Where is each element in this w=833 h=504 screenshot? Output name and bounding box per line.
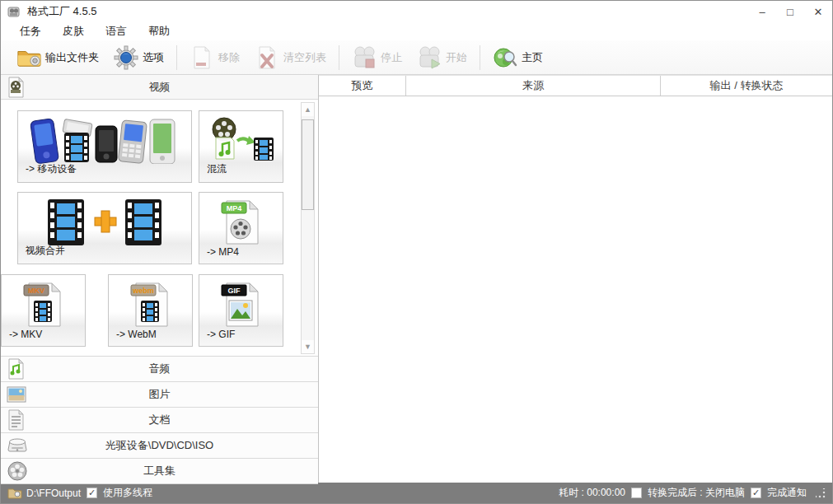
start-button[interactable]: 开始 xyxy=(409,43,475,72)
notify-label: 完成通知 xyxy=(767,486,807,500)
start-icon xyxy=(417,45,442,70)
options-label: 选项 xyxy=(143,50,164,65)
item-to-webm[interactable]: webm -> WebM xyxy=(108,274,193,347)
column-header-preview[interactable]: 预览 xyxy=(319,76,406,96)
toolbar-separator xyxy=(176,45,177,70)
mobile-devices-icon xyxy=(26,116,183,164)
task-list-body[interactable] xyxy=(319,96,832,483)
section-video-label: 视频 xyxy=(149,80,171,95)
document-section-icon xyxy=(7,409,25,431)
audio-section-icon xyxy=(7,358,25,380)
scroll-down-button[interactable]: ▼ xyxy=(302,340,314,353)
mp4-file-icon: MP4 xyxy=(218,198,264,247)
toolbar-separator xyxy=(480,45,480,70)
gif-file-icon: GIF xyxy=(218,280,264,329)
section-optical-disc-label: 光驱设备\DVD\CD\ISO xyxy=(105,438,213,453)
home-button[interactable]: 主页 xyxy=(485,43,550,72)
stop-icon xyxy=(352,45,377,70)
task-list-panel: 预览 来源 输出 / 转换状态 xyxy=(319,75,832,483)
statusbar-folder-icon xyxy=(7,487,22,499)
column-header-status[interactable]: 输出 / 转换状态 xyxy=(661,76,832,96)
output-folder-label: 输出文件夹 xyxy=(45,50,99,65)
video-join-icon xyxy=(43,198,166,247)
section-toolkit-label: 工具集 xyxy=(143,464,175,478)
mkv-file-icon: MKV xyxy=(21,280,67,329)
item-to-mkv-label: -> MKV xyxy=(9,329,42,340)
clear-list-icon xyxy=(255,45,279,70)
scrollbar-track[interactable] xyxy=(302,116,314,340)
scrollbar-thumb[interactable] xyxy=(302,119,314,210)
video-items-panel: -> 移动设备 xyxy=(1,100,318,357)
toolbar: 输出文件夹 选项 移除 xyxy=(1,40,832,75)
item-to-gif[interactable]: GIF -> GIF xyxy=(199,274,283,347)
toolbar-separator xyxy=(339,45,339,70)
mkv-tag-text: MKV xyxy=(28,287,44,295)
item-to-gif-label: -> GIF xyxy=(207,329,235,340)
section-document[interactable]: 文档 xyxy=(1,408,318,433)
menu-language[interactable]: 语言 xyxy=(95,22,138,40)
section-picture[interactable]: 图片 xyxy=(1,382,318,408)
remove-button[interactable]: 移除 xyxy=(182,43,247,72)
item-mux-label: 混流 xyxy=(207,162,227,176)
shutdown-label: 转换完成后 : 关闭电脑 xyxy=(648,486,745,500)
remove-icon xyxy=(190,45,214,70)
item-to-mkv[interactable]: MKV -> MKV xyxy=(1,274,86,347)
options-gear-icon xyxy=(114,45,138,70)
section-picture-label: 图片 xyxy=(149,387,171,402)
disc-drive-section-icon xyxy=(7,435,28,456)
resize-grip[interactable] xyxy=(816,488,826,498)
category-sidebar: 视频 xyxy=(1,75,319,483)
column-header-source[interactable]: 来源 xyxy=(406,76,661,96)
item-mux[interactable]: 混流 xyxy=(199,110,283,183)
app-window: 格式工厂 4.5.5 – □ ✕ 任务 皮肤 语言 帮助 输出文件夹 xyxy=(0,0,833,504)
clear-list-label: 清空列表 xyxy=(283,50,326,65)
mp4-tag-text: MP4 xyxy=(226,204,241,212)
output-path-text: D:\FFOutput xyxy=(26,488,81,499)
start-label: 开始 xyxy=(446,50,467,65)
multithread-label: 使用多线程 xyxy=(103,486,152,500)
elapsed-time-text: 耗时 : 00:00:00 xyxy=(559,486,625,500)
close-button[interactable]: ✕ xyxy=(804,1,832,22)
webm-file-icon: webm xyxy=(128,280,174,329)
menu-task[interactable]: 任务 xyxy=(9,22,52,40)
item-to-mp4[interactable]: MP4 -> MP4 xyxy=(199,192,283,264)
stop-button[interactable]: 停止 xyxy=(344,43,409,72)
toolkit-section-icon xyxy=(7,460,28,482)
item-mobile-devices[interactable]: -> 移动设备 xyxy=(17,110,192,183)
output-path-group[interactable]: D:\FFOutput xyxy=(7,487,81,499)
notify-checkbox[interactable] xyxy=(751,488,761,498)
item-to-webm-label: -> WebM xyxy=(116,329,157,340)
menubar: 任务 皮肤 语言 帮助 xyxy=(1,22,832,40)
section-audio[interactable]: 音频 xyxy=(1,357,318,382)
item-video-join-label: 视频合并 xyxy=(26,244,65,258)
minimize-button[interactable]: – xyxy=(748,1,776,22)
maximize-button[interactable]: □ xyxy=(776,1,804,22)
mux-icon xyxy=(206,116,277,164)
section-audio-label: 音频 xyxy=(149,362,171,376)
output-folder-icon xyxy=(16,45,41,70)
menu-skin[interactable]: 皮肤 xyxy=(52,22,95,40)
remove-label: 移除 xyxy=(218,50,240,65)
webm-tag-text: webm xyxy=(132,287,154,295)
scroll-up-button[interactable]: ▲ xyxy=(302,103,314,116)
app-logo-icon xyxy=(7,5,21,19)
section-video[interactable]: 视频 xyxy=(1,75,318,100)
options-button[interactable]: 选项 xyxy=(106,43,171,72)
titlebar: 格式工厂 4.5.5 – □ ✕ xyxy=(1,1,832,22)
menu-help[interactable]: 帮助 xyxy=(138,22,180,40)
section-toolkit[interactable]: 工具集 xyxy=(1,459,318,484)
output-folder-button[interactable]: 输出文件夹 xyxy=(9,43,106,72)
shutdown-checkbox[interactable] xyxy=(631,488,642,498)
statusbar: D:\FFOutput 使用多线程 耗时 : 00:00:00 转换完成后 : … xyxy=(1,483,832,503)
home-label: 主页 xyxy=(522,50,543,65)
video-section-icon xyxy=(7,77,25,98)
multithread-checkbox[interactable] xyxy=(87,488,97,498)
home-globe-icon xyxy=(493,45,517,70)
gif-tag-text: GIF xyxy=(227,287,241,295)
section-document-label: 文档 xyxy=(149,413,171,427)
clear-list-button[interactable]: 清空列表 xyxy=(247,43,334,72)
video-panel-scrollbar[interactable]: ▲ ▼ xyxy=(301,102,315,354)
item-video-join[interactable]: 视频合并 xyxy=(17,192,192,264)
section-optical-disc[interactable]: 光驱设备\DVD\CD\ISO xyxy=(1,433,318,459)
item-to-mp4-label: -> MP4 xyxy=(207,246,239,258)
